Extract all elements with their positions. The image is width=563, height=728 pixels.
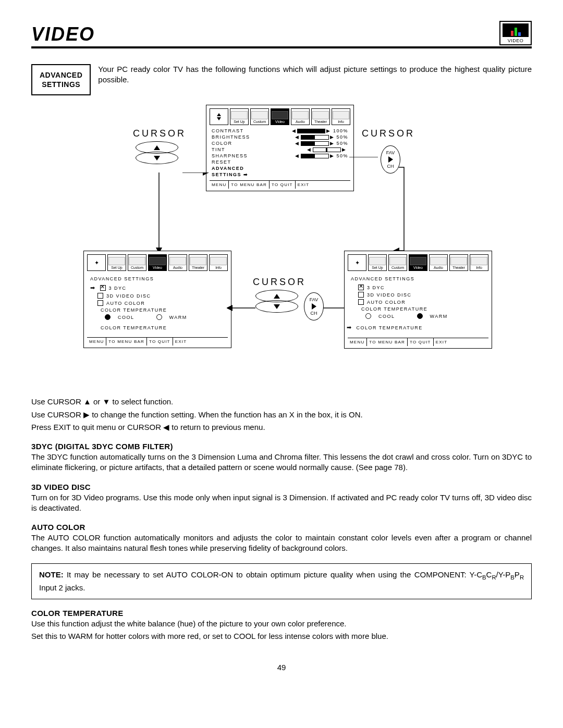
page-number: 49 <box>31 663 532 672</box>
body-text: Use CURSOR ▲ or ▼ to select function. Us… <box>31 397 532 641</box>
heading-auto-color: AUTO COLOR <box>31 523 532 532</box>
flow-arrow <box>347 157 409 256</box>
heading-3dyc: 3DYC (DIGITAL 3DYC COMB FILTER) <box>31 442 532 451</box>
heading-3d-video-disc: 3D VIDEO DISC <box>31 483 532 491</box>
note-box: NOTE: It may be necessary to set AUTO CO… <box>31 563 532 599</box>
cursor-pad-right: CURSOR <box>360 128 417 141</box>
flow-arrow <box>143 172 211 256</box>
header: VIDEO VIDEO <box>31 21 532 48</box>
intro-row: ADVANCED SETTINGS Your PC ready color TV… <box>31 64 532 95</box>
intro-text: Your PC ready color TV has the following… <box>98 64 532 85</box>
diagram-area: CURSOR CURSOR FAV CH Set Up Custom Video… <box>55 105 508 381</box>
cursor-pad-left: CURSOR <box>133 128 181 164</box>
heading-color-temperature: COLOR TEMPERATURE <box>31 609 532 618</box>
advanced-settings-box: ADVANCED SETTINGS <box>31 64 91 95</box>
osd-video-menu: Set Up Custom Video Audio Theater Info C… <box>206 105 354 191</box>
cursor-pad-mid: CURSOR <box>253 277 301 313</box>
osd-tabs: Set Up Custom Video Audio Theater Info <box>210 108 350 125</box>
osd-advanced-cool: ✦ Set Up Custom Video Audio Theater Info… <box>83 251 231 348</box>
page-title: VIDEO <box>31 23 95 45</box>
osd-advanced-warm: ✦ Set Up Custom Video Audio Theater Info… <box>344 251 492 349</box>
video-logo: VIDEO <box>499 21 532 45</box>
